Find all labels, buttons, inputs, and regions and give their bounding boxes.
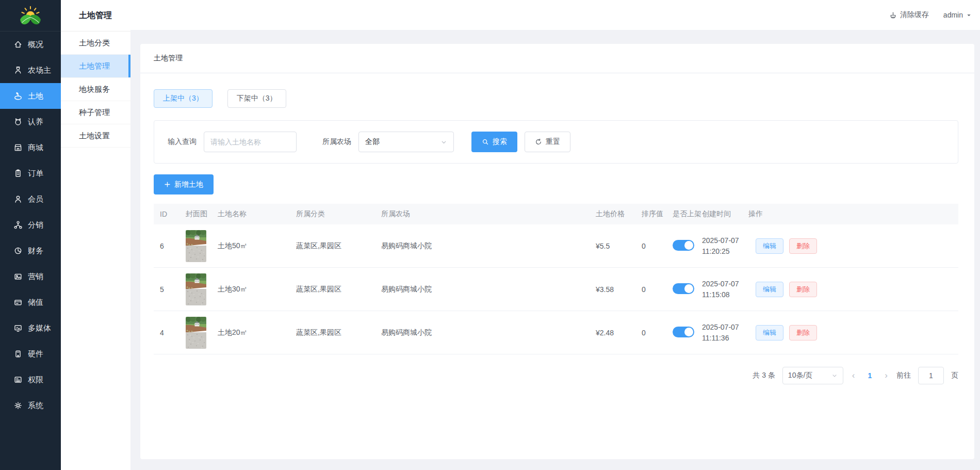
sidebar-item-label: 土地 bbox=[28, 91, 43, 101]
sidebar-item-land[interactable]: 土地 bbox=[0, 83, 61, 109]
sidebar-item-hardware[interactable]: 硬件 bbox=[0, 341, 61, 367]
col-sort: 排序值 bbox=[642, 209, 673, 219]
permissions-icon bbox=[13, 375, 23, 384]
edit-button[interactable]: 编辑 bbox=[756, 238, 783, 254]
land-name-input[interactable] bbox=[204, 132, 297, 152]
prev-page-button[interactable]: ‹ bbox=[851, 370, 857, 381]
cell-id: 5 bbox=[154, 285, 186, 294]
sidebar-item-system[interactable]: 系统 bbox=[0, 393, 61, 418]
col-on-shelf: 是否上架 bbox=[673, 209, 702, 219]
current-page[interactable]: 1 bbox=[864, 371, 876, 380]
on-shelf-toggle[interactable] bbox=[673, 240, 694, 251]
edit-button[interactable]: 编辑 bbox=[756, 282, 783, 297]
cell-name: 土地20㎡ bbox=[218, 328, 296, 337]
created-date: 2025-07-07 bbox=[702, 235, 748, 246]
plus-icon bbox=[164, 181, 171, 188]
submenu-item-land-category[interactable]: 土地分类 bbox=[61, 31, 130, 55]
goto-page-input[interactable] bbox=[918, 367, 944, 384]
next-page-button[interactable]: › bbox=[883, 370, 889, 381]
sidebar-item-media[interactable]: 多媒体 bbox=[0, 315, 61, 341]
stored-value-icon bbox=[13, 298, 23, 307]
sidebar-item-distribution[interactable]: 分销 bbox=[0, 212, 61, 238]
sidebar-item-orders[interactable]: 订单 bbox=[0, 160, 61, 186]
sidebar-item-label: 系统 bbox=[28, 401, 43, 411]
sidebar-item-adoption[interactable]: 认养 bbox=[0, 109, 61, 135]
cell-category: 蔬菜区,果园区 bbox=[296, 285, 381, 294]
page-size-select[interactable]: 10条/页 bbox=[782, 367, 843, 384]
reset-button[interactable]: 重置 bbox=[525, 132, 570, 152]
submenu-title: 土地管理 bbox=[61, 0, 130, 31]
sidebar-item-label: 储值 bbox=[28, 298, 43, 307]
submenu-item-land-management[interactable]: 土地管理 bbox=[61, 55, 130, 78]
on-shelf-toggle[interactable] bbox=[673, 283, 694, 294]
cell-price: ¥5.5 bbox=[596, 242, 642, 250]
marketing-icon bbox=[13, 272, 23, 281]
edit-button[interactable]: 编辑 bbox=[756, 325, 783, 341]
username-label: admin bbox=[943, 11, 963, 19]
cell-sort: 0 bbox=[642, 285, 673, 294]
cell-id: 4 bbox=[154, 329, 186, 337]
breadcrumb: 土地管理 bbox=[140, 44, 974, 73]
sidebar-item-marketing[interactable]: 营销 bbox=[0, 264, 61, 289]
page-title: 土地管理 bbox=[154, 54, 183, 63]
sidebar-item-farmer[interactable]: 农场主 bbox=[0, 57, 61, 83]
delete-button[interactable]: 删除 bbox=[789, 325, 817, 341]
sidebar-item-stored-value[interactable]: 储值 bbox=[0, 289, 61, 315]
search-button-label: 搜索 bbox=[493, 137, 507, 147]
submenu-item-label: 地块服务 bbox=[79, 85, 110, 94]
submenu-item-land-settings[interactable]: 土地设置 bbox=[61, 124, 130, 148]
col-ops: 操作 bbox=[748, 209, 958, 219]
col-cover: 封面图 bbox=[186, 209, 218, 219]
sidebar-item-label: 营销 bbox=[28, 272, 43, 282]
cell-created: 2025-07-07 11:15:08 bbox=[702, 279, 748, 300]
clear-cache-icon bbox=[889, 11, 897, 19]
land-cover-image bbox=[186, 317, 206, 349]
hardware-icon bbox=[13, 349, 23, 359]
table-header: ID 封面图 土地名称 所属分类 所属农场 土地价格 排序值 是否上架 创建时间… bbox=[154, 204, 958, 224]
table-row: 5 土地30㎡ 蔬菜区,果园区 易购码商城小院 ¥3.58 0 2025-07-… bbox=[154, 268, 958, 311]
sidebar-item-overview[interactable]: 概况 bbox=[0, 31, 61, 57]
delete-button[interactable]: 删除 bbox=[789, 282, 817, 297]
submenu-item-seed-management[interactable]: 种子管理 bbox=[61, 101, 130, 124]
col-farm: 所属农场 bbox=[381, 209, 596, 219]
primary-sidebar: 概况 农场主 土地 认养 商城 订单 bbox=[0, 0, 61, 470]
cell-farm: 易购码商城小院 bbox=[381, 328, 596, 337]
sidebar-item-label: 财务 bbox=[28, 246, 43, 256]
submenu-item-plot-services[interactable]: 地块服务 bbox=[61, 78, 130, 101]
table-row: 4 土地20㎡ 蔬菜区,果园区 易购码商城小院 ¥2.48 0 2025-07-… bbox=[154, 311, 958, 354]
clear-cache-button[interactable]: 清除缓存 bbox=[889, 10, 929, 20]
clear-cache-label: 清除缓存 bbox=[900, 10, 929, 20]
search-button[interactable]: 搜索 bbox=[471, 132, 517, 152]
delete-button[interactable]: 删除 bbox=[789, 238, 817, 254]
add-land-button[interactable]: 新增土地 bbox=[154, 174, 214, 195]
land-cover-image bbox=[186, 230, 206, 262]
sidebar-item-label: 权限 bbox=[28, 375, 43, 385]
add-land-label: 新增土地 bbox=[174, 180, 203, 189]
sidebar-item-label: 概况 bbox=[28, 40, 43, 50]
pagination: 共 3 条 10条/页 ‹ 1 › 前往 页 bbox=[154, 367, 958, 384]
sidebar-item-finance[interactable]: 财务 bbox=[0, 238, 61, 264]
secondary-sidebar: 土地管理 土地分类 土地管理 地块服务 种子管理 土地设置 bbox=[61, 0, 130, 470]
sidebar-item-members[interactable]: 会员 bbox=[0, 186, 61, 212]
cell-farm: 易购码商城小院 bbox=[381, 241, 596, 251]
tab-off-shelf[interactable]: 下架中（3） bbox=[227, 89, 286, 108]
table-row: 6 土地50㎡ 蔬菜区,果园区 易购码商城小院 ¥5.5 0 2025-07-0… bbox=[154, 224, 958, 268]
cell-created: 2025-07-07 11:11:36 bbox=[702, 322, 748, 344]
submenu-item-label: 土地管理 bbox=[79, 61, 110, 71]
on-shelf-toggle[interactable] bbox=[673, 327, 694, 337]
filter-panel: 输入查询 所属农场 全部 搜索 重置 bbox=[154, 120, 958, 164]
sidebar-item-permissions[interactable]: 权限 bbox=[0, 367, 61, 393]
page-unit-label: 页 bbox=[951, 371, 958, 380]
app-logo bbox=[0, 0, 61, 31]
system-icon bbox=[13, 401, 23, 410]
sidebar-item-label: 多媒体 bbox=[28, 323, 51, 333]
cell-category: 蔬菜区,果园区 bbox=[296, 328, 381, 337]
farm-select[interactable]: 全部 bbox=[358, 132, 454, 152]
distribution-icon bbox=[13, 220, 23, 230]
user-menu[interactable]: admin bbox=[943, 11, 972, 19]
col-id: ID bbox=[154, 210, 186, 218]
sidebar-item-mall[interactable]: 商城 bbox=[0, 135, 61, 160]
tab-on-shelf[interactable]: 上架中（3） bbox=[154, 89, 213, 108]
card-body: 上架中（3） 下架中（3） 输入查询 所属农场 全部 搜索 重置 bbox=[140, 73, 974, 384]
created-time: 11:20:25 bbox=[702, 246, 748, 257]
